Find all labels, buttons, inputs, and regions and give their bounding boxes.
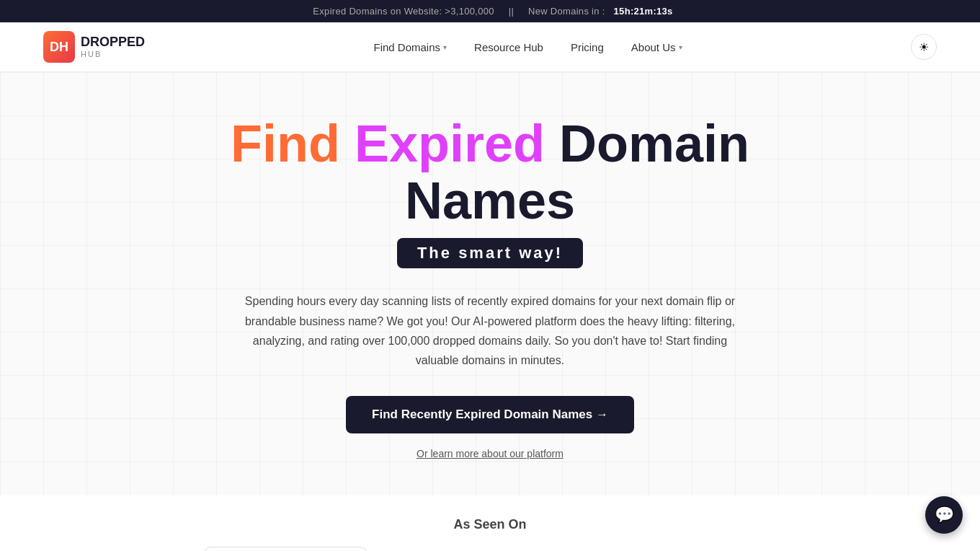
logo-text: DROPPED HUB: [81, 35, 145, 58]
nav-link-resource-hub[interactable]: Resource Hub: [463, 35, 555, 59]
nav-item-find-domains: Find Domains ▾: [362, 35, 459, 59]
hero-description: Spending hours every day scanning lists …: [238, 291, 742, 370]
top-bar: Expired Domains on Website: >3,100,000 |…: [0, 0, 980, 22]
new-domains-label: New Domains in :: [528, 6, 605, 17]
chevron-down-icon-about: ▾: [679, 43, 682, 51]
learn-more-link[interactable]: Or learn more about our platform: [416, 448, 564, 459]
chevron-down-icon: ▾: [443, 43, 447, 51]
nav-label-about-us: About Us: [631, 41, 676, 53]
hero-title-domain: Domain: [559, 115, 749, 172]
nav-item-about-us: About Us ▾: [620, 35, 694, 59]
hero-title-find: Find: [231, 115, 340, 172]
badges-row: P Follow us on Product Hunt ☆ ⚡ FEATURED…: [43, 547, 937, 551]
hero-title: Find Expired Domain Names: [166, 115, 814, 229]
nav-item-pricing: Pricing: [559, 35, 615, 59]
theme-toggle-button[interactable]: ☀: [911, 34, 937, 60]
hero-title-names: Names: [405, 172, 575, 229]
expired-count-label: Expired Domains on Website: >3,100,000: [313, 6, 494, 17]
nav-link-about-us[interactable]: About Us ▾: [620, 35, 694, 59]
nav-link-find-domains[interactable]: Find Domains ▾: [362, 35, 459, 59]
as-seen-title: As Seen On: [43, 517, 937, 532]
logo-icon: DH: [43, 31, 75, 63]
nav-label-resource-hub: Resource Hub: [474, 41, 543, 53]
sun-icon: ☀: [919, 40, 929, 54]
logo-hub: HUB: [81, 50, 145, 58]
nav-label-pricing: Pricing: [571, 41, 604, 53]
as-seen-section: As Seen On P Follow us on Product Hunt ☆…: [0, 495, 980, 551]
nav-right: ☀: [911, 34, 937, 60]
smart-way-badge: The smart way!: [397, 238, 583, 268]
logo-dropped: DROPPED: [81, 35, 145, 50]
logo[interactable]: DH DROPPED HUB: [43, 31, 145, 63]
cta-button[interactable]: Find Recently Expired Domain Names →: [346, 396, 634, 433]
nav-item-resource-hub: Resource Hub: [463, 35, 555, 59]
hero-title-expired: Expired: [355, 115, 545, 172]
timer: 15h:21m:13s: [614, 6, 673, 17]
nav-label-find-domains: Find Domains: [374, 41, 441, 53]
hero-section: Find Expired Domain Names The smart way!…: [0, 72, 980, 495]
nav-links: Find Domains ▾ Resource Hub Pricing Abou…: [362, 35, 694, 59]
navbar: DH DROPPED HUB Find Domains ▾ Resource H…: [0, 22, 980, 72]
chat-button[interactable]: 💬: [925, 496, 963, 534]
chat-icon: 💬: [935, 506, 954, 524]
separator: ||: [509, 6, 514, 17]
nav-link-pricing[interactable]: Pricing: [559, 35, 615, 59]
product-hunt-badge[interactable]: P Follow us on Product Hunt ☆: [204, 547, 368, 551]
cta-label: Find Recently Expired Domain Names →: [372, 407, 608, 422]
